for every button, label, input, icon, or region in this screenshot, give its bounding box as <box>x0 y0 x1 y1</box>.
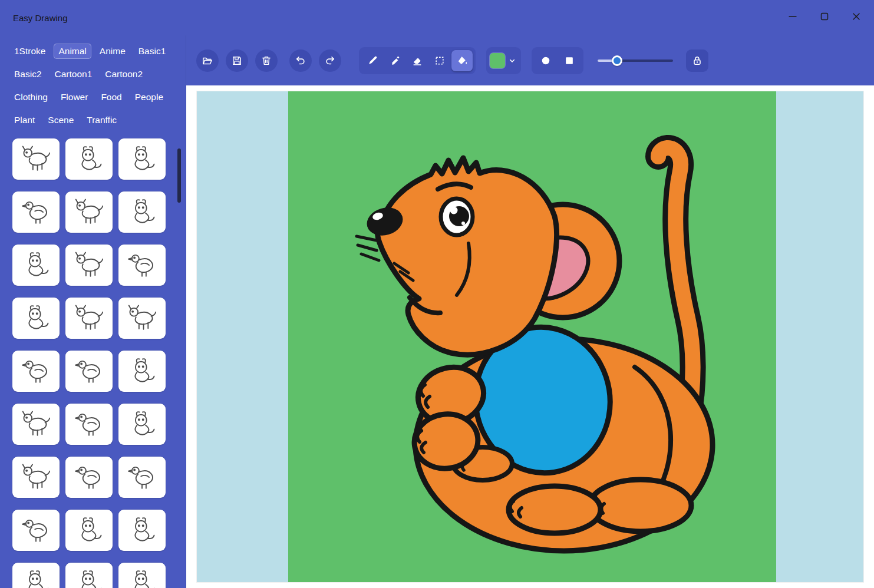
thumbnail-eagle[interactable] <box>12 191 60 233</box>
toolbar <box>186 35 874 85</box>
thumbnail-sketch <box>19 569 52 588</box>
thumbnail-sketch <box>19 410 52 438</box>
thumbnail-rooster[interactable] <box>12 351 60 392</box>
category-tab-basic1[interactable]: Basic1 <box>134 44 171 59</box>
main-area <box>186 35 874 588</box>
maximize-icon <box>818 10 831 23</box>
category-tab-plant[interactable]: Plant <box>9 113 39 128</box>
delete-button[interactable] <box>255 49 278 72</box>
category-tab-anime[interactable]: Anime <box>95 44 130 59</box>
size-slider-thumb[interactable] <box>612 55 622 66</box>
thumbnail-sleeping-cat[interactable] <box>12 298 60 339</box>
folder-open-icon <box>202 55 213 67</box>
thumbnail-goose[interactable] <box>65 457 113 498</box>
color-picker-group <box>486 47 521 74</box>
select-rect-icon <box>434 55 446 67</box>
undo-button[interactable] <box>289 49 312 72</box>
drawing-canvas[interactable] <box>197 91 863 582</box>
thumbnail-sketch <box>126 463 159 491</box>
thumbnail-sketch <box>72 145 105 173</box>
close-icon <box>850 10 863 23</box>
thumbnail-ant[interactable] <box>118 191 166 233</box>
marker-tool-button[interactable] <box>384 50 405 71</box>
thumbnail-running-rabbit[interactable] <box>12 404 60 445</box>
thumbnail-lion[interactable] <box>65 245 113 286</box>
thumbnail-rabbit-pair[interactable] <box>118 404 166 445</box>
circle-shape-icon <box>540 55 552 67</box>
thumbnail-sketch <box>72 516 105 544</box>
category-tab-scene[interactable]: Scene <box>43 113 78 128</box>
eraser-icon <box>411 55 423 67</box>
redo-button[interactable] <box>319 49 341 72</box>
square-shape-button[interactable] <box>559 51 580 71</box>
category-tab-animal[interactable]: Animal <box>54 44 91 59</box>
color-dropdown-button[interactable] <box>507 52 517 70</box>
thumbnail-mouse-2[interactable] <box>65 510 113 551</box>
thumbnail-sketch <box>126 198 159 226</box>
category-tab-cartoon2[interactable]: Cartoon2 <box>100 67 147 82</box>
category-tab-tranffic[interactable]: Tranffic <box>82 113 121 128</box>
window-controls <box>780 5 869 28</box>
thumbnail-sketch <box>19 304 52 332</box>
thumbnail-grid <box>0 133 186 588</box>
lock-button[interactable] <box>686 49 708 72</box>
color-swatch[interactable] <box>490 53 505 68</box>
thumbnail-duckling-2[interactable] <box>12 510 60 551</box>
open-button[interactable] <box>196 49 219 72</box>
thumbnail-sketch <box>72 463 105 491</box>
thumbnail-sketch <box>19 198 52 226</box>
eraser-tool-button[interactable] <box>407 50 428 71</box>
chevron-down-icon <box>507 55 517 67</box>
thumbnail-deer[interactable] <box>12 138 60 180</box>
thumbnail-sketch <box>126 516 159 544</box>
thumbnail-butterfly[interactable] <box>118 563 166 588</box>
close-button[interactable] <box>843 5 869 28</box>
maximize-button[interactable] <box>812 5 837 28</box>
redo-icon <box>324 55 336 67</box>
thumbnail-sketch <box>72 569 105 588</box>
category-tab-1stroke[interactable]: 1Stroke <box>9 44 50 59</box>
thumbnail-kangaroo-mouse[interactable] <box>12 245 60 286</box>
thumbnail-sketch <box>19 357 52 385</box>
tool-group <box>359 47 476 74</box>
category-tab-people[interactable]: People <box>130 90 168 105</box>
thumbnail-chicks[interactable] <box>65 404 113 445</box>
select-tool-button[interactable] <box>429 50 450 71</box>
fill-tool-button[interactable] <box>451 50 473 71</box>
save-icon <box>231 55 243 67</box>
minimize-icon <box>786 10 799 23</box>
cartoon-mouse-artwork <box>288 91 776 582</box>
brush-tool-button[interactable] <box>362 50 383 71</box>
thumbnail-sketch <box>72 198 105 226</box>
thumbnail-goat[interactable] <box>65 191 113 233</box>
category-tab-basic2[interactable]: Basic2 <box>9 67 47 82</box>
circle-shape-button[interactable] <box>535 51 556 71</box>
category-tab-food[interactable]: Food <box>96 90 126 105</box>
coloring-stage[interactable] <box>288 91 776 582</box>
thumbnail-tiger[interactable] <box>12 457 60 498</box>
category-tab-flower[interactable]: Flower <box>56 90 93 105</box>
brush-icon <box>367 55 378 67</box>
thumbnail-puppy[interactable] <box>65 298 113 339</box>
thumbnail-mouse-4[interactable] <box>65 563 113 588</box>
category-tabs: 1StrokeAnimalAnimeBasic1Basic2Cartoon1Ca… <box>0 35 186 133</box>
save-button[interactable] <box>226 49 248 72</box>
thumbnail-duckling[interactable] <box>65 351 113 392</box>
thumbnail-mouse[interactable] <box>118 138 166 180</box>
thumbnail-lamb[interactable] <box>118 298 166 339</box>
sidebar-scrollbar[interactable] <box>177 148 181 203</box>
window-title: Easy Drawing <box>13 13 68 23</box>
thumbnail-mouse-3[interactable] <box>118 510 166 551</box>
thumbnail-duck[interactable] <box>118 457 166 498</box>
thumbnail-squirrel[interactable] <box>65 138 113 180</box>
category-tab-clothing[interactable]: Clothing <box>9 90 52 105</box>
thumbnail-mouse-pair[interactable] <box>12 563 60 588</box>
category-tab-cartoon1[interactable]: Cartoon1 <box>50 67 97 82</box>
thumbnail-pigeon[interactable] <box>118 245 166 286</box>
shape-group <box>532 47 583 74</box>
minimize-button[interactable] <box>780 5 806 28</box>
thumbnail-rabbit[interactable] <box>118 351 166 392</box>
lock-icon <box>691 55 703 67</box>
thumbnail-sketch <box>72 410 105 438</box>
size-slider[interactable] <box>598 55 673 66</box>
